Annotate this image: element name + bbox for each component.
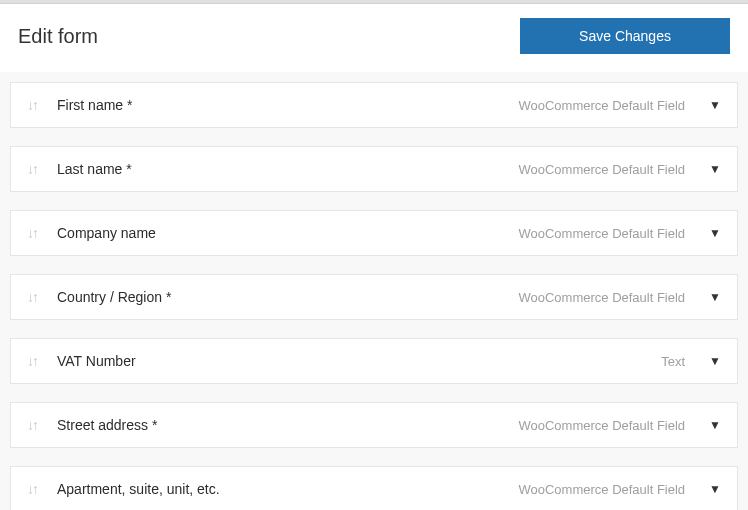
- field-row[interactable]: ↓↑Street address *WooCommerce Default Fi…: [10, 402, 738, 448]
- field-row[interactable]: ↓↑Last name *WooCommerce Default Field▼: [10, 146, 738, 192]
- field-label: Country / Region *: [57, 289, 518, 305]
- page-header: Edit form Save Changes: [0, 4, 748, 72]
- field-label: VAT Number: [57, 353, 661, 369]
- field-label: Apartment, suite, unit, etc.: [57, 481, 518, 497]
- field-row[interactable]: ↓↑Apartment, suite, unit, etc.WooCommerc…: [10, 466, 738, 510]
- field-label: Company name: [57, 225, 518, 241]
- field-type-label: Text: [661, 354, 685, 369]
- drag-handle-icon[interactable]: ↓↑: [27, 161, 37, 177]
- field-row[interactable]: ↓↑Country / Region *WooCommerce Default …: [10, 274, 738, 320]
- expand-caret-icon[interactable]: ▼: [709, 482, 721, 496]
- field-label: Last name *: [57, 161, 518, 177]
- drag-handle-icon[interactable]: ↓↑: [27, 225, 37, 241]
- page-title: Edit form: [18, 25, 98, 48]
- field-type-label: WooCommerce Default Field: [518, 226, 685, 241]
- field-type-label: WooCommerce Default Field: [518, 418, 685, 433]
- expand-caret-icon[interactable]: ▼: [709, 290, 721, 304]
- field-row[interactable]: ↓↑VAT NumberText▼: [10, 338, 738, 384]
- field-type-label: WooCommerce Default Field: [518, 162, 685, 177]
- drag-handle-icon[interactable]: ↓↑: [27, 481, 37, 497]
- save-changes-button[interactable]: Save Changes: [520, 18, 730, 54]
- field-type-label: WooCommerce Default Field: [518, 482, 685, 497]
- expand-caret-icon[interactable]: ▼: [709, 418, 721, 432]
- drag-handle-icon[interactable]: ↓↑: [27, 97, 37, 113]
- fields-list: ↓↑First name *WooCommerce Default Field▼…: [0, 82, 748, 510]
- drag-handle-icon[interactable]: ↓↑: [27, 289, 37, 305]
- expand-caret-icon[interactable]: ▼: [709, 98, 721, 112]
- field-label: First name *: [57, 97, 518, 113]
- expand-caret-icon[interactable]: ▼: [709, 162, 721, 176]
- drag-handle-icon[interactable]: ↓↑: [27, 417, 37, 433]
- field-row[interactable]: ↓↑Company nameWooCommerce Default Field▼: [10, 210, 738, 256]
- field-type-label: WooCommerce Default Field: [518, 98, 685, 113]
- expand-caret-icon[interactable]: ▼: [709, 354, 721, 368]
- field-row[interactable]: ↓↑First name *WooCommerce Default Field▼: [10, 82, 738, 128]
- expand-caret-icon[interactable]: ▼: [709, 226, 721, 240]
- field-label: Street address *: [57, 417, 518, 433]
- field-type-label: WooCommerce Default Field: [518, 290, 685, 305]
- drag-handle-icon[interactable]: ↓↑: [27, 353, 37, 369]
